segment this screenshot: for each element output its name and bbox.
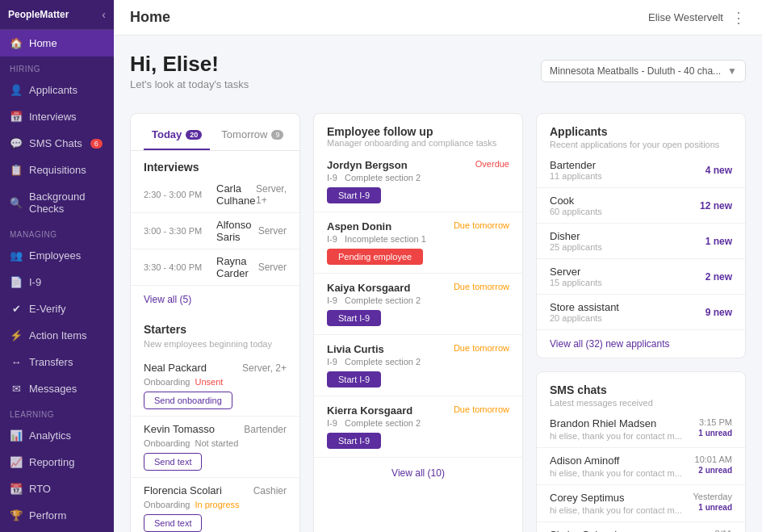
sidebar-section-learning: Learning [0, 402, 114, 422]
sidebar-item-label: Action Items [29, 329, 87, 341]
new-applicants-count[interactable]: 9 new [705, 307, 732, 318]
sidebar-item-transfers[interactable]: ↔ Transfers [0, 349, 114, 375]
sidebar-item-rto[interactable]: 📆 RTO [0, 475, 114, 502]
starter-name: Kevin Tomasso [144, 423, 215, 435]
applicants-panel-header: Applicants Recent applications for your … [537, 114, 745, 153]
view-all-interviews-link[interactable]: View all (5) [131, 286, 299, 313]
followup-title: Employee follow up [327, 125, 509, 138]
analytics-icon: 📊 [10, 429, 23, 442]
sidebar-item-home[interactable]: 🏠 Home [0, 30, 114, 57]
list-item[interactable]: Corey Septimushi elise, thank you for co… [537, 485, 745, 522]
table-row: 2:30 - 3:00 PM Carla Culhane Server, 1+ [131, 177, 299, 213]
starter-role: Server, 2+ [242, 362, 287, 374]
view-all-applicants-link[interactable]: View all (32) new applicants [537, 330, 745, 358]
sidebar-item-everify[interactable]: ✔ E-Verify [0, 295, 114, 322]
sidebar-item-label: SMS Chats [29, 137, 82, 149]
starter-name: Florencia Scolari [144, 484, 222, 496]
sidebar-item-messages[interactable]: ✉ Messages [0, 375, 114, 402]
sms-unread-count: 2 unread [695, 466, 732, 475]
followup-card: Employee follow up Manager onboarding an… [313, 113, 523, 532]
send-text-button[interactable]: Send text [144, 514, 202, 532]
role-name: Bartender [550, 159, 602, 171]
send-onboarding-button[interactable]: Send onboarding [144, 392, 232, 409]
start-i9-button[interactable]: Start I-9 [327, 433, 381, 449]
list-item: Kevin Tomasso Bartender Onboarding Not s… [131, 417, 299, 478]
sidebar-item-applicants[interactable]: 👤 Applicants [0, 77, 114, 103]
app-count: 11 applicants [550, 171, 602, 181]
sidebar-item-requisitions[interactable]: 📋 Requisitions [0, 157, 114, 183]
sidebar-item-label: E-Verify [29, 303, 66, 315]
new-applicants-count[interactable]: 2 new [705, 271, 732, 283]
interview-time: 2:30 - 3:00 PM [144, 190, 216, 199]
list-item[interactable]: Skylar Calzonihi elise, thank you for co… [537, 522, 745, 532]
sms-time: 3:15 PM [698, 417, 732, 427]
rto-icon: 📆 [10, 483, 23, 495]
page-title: Home [130, 9, 170, 26]
sms-name: Corey Septimus [550, 492, 682, 504]
check-icon: ✔ [10, 303, 23, 315]
tab-upcoming[interactable]: Upcoming 11 [295, 124, 300, 150]
starters-subtitle: New employees beginning today [131, 339, 299, 355]
table-row: 3:00 - 3:30 PM Alfonso Saris Server [131, 213, 299, 249]
interview-role: Server [258, 225, 287, 237]
right-panels: Applicants Recent applications for your … [536, 113, 746, 532]
sidebar-collapse-icon[interactable]: ‹ [102, 8, 106, 21]
list-item: Jordyn Bergson Overdue I-9 Complete sect… [314, 151, 522, 212]
sidebar-item-reporting[interactable]: 📈 Reporting [0, 449, 114, 475]
sidebar-item-i9[interactable]: 📄 I-9 [0, 269, 114, 295]
interview-time: 3:30 - 4:00 PM [144, 262, 216, 272]
sms-panel-subtitle: Latest messages received [550, 398, 732, 408]
send-text-button[interactable]: Send text [144, 453, 202, 471]
sms-unread-count: 1 unread [698, 429, 732, 438]
new-applicants-count[interactable]: 1 new [705, 236, 732, 247]
list-item: Cook60 applicants 12 new [537, 188, 745, 224]
start-i9-button[interactable]: Start I-9 [327, 187, 381, 203]
tab-today-badge: 20 [186, 130, 202, 140]
more-options-icon[interactable]: ⋮ [731, 9, 746, 27]
followup-task: I-9 Complete section 2 [327, 173, 509, 182]
action-icon: ⚡ [10, 329, 23, 341]
sidebar: PeopleMatter ‹ 🏠 Home Hiring 👤 Applicant… [0, 0, 114, 532]
list-item: Aspen Donin Due tomorrow I-9 Incomplete … [314, 212, 522, 274]
followup-name: Kierra Korsgaard [327, 404, 412, 417]
sidebar-item-label: Perform [29, 509, 66, 522]
role-name: Store assistant [550, 301, 619, 313]
calendar-icon: 📅 [10, 111, 23, 123]
list-item[interactable]: Adison Aminoffhi elise, thank you for co… [537, 448, 745, 485]
sidebar-item-action-items[interactable]: ⚡ Action Items [0, 322, 114, 349]
sidebar-item-label: Transfers [29, 356, 73, 368]
followup-subtitle: Manager onboarding and compliance tasks [327, 138, 509, 148]
sidebar-item-label: Reporting [29, 456, 74, 468]
sidebar-item-employees[interactable]: 👥 Employees [0, 242, 114, 269]
topbar-right: Elise Westervelt ⋮ [648, 9, 746, 27]
starter-status: Unsent [195, 377, 224, 387]
onboarding-label: Onboarding [144, 377, 190, 387]
sidebar-item-background-checks[interactable]: 🔍 Background Checks [0, 183, 114, 222]
transfer-icon: ↔ [10, 356, 23, 368]
sidebar-item-sms-chats[interactable]: 💬 SMS Chats 6 [0, 130, 114, 157]
list-item[interactable]: Brandon Rhiel Madsenhi elise, thank you … [537, 411, 745, 448]
list-item: Neal Packard Server, 2+ Onboarding Unsen… [131, 355, 299, 417]
start-i9-button[interactable]: Start I-9 [327, 371, 381, 387]
start-i9-button[interactable]: Start I-9 [327, 310, 381, 326]
reporting-icon: 📈 [10, 456, 23, 468]
pending-employee-button[interactable]: Pending employee [327, 249, 423, 265]
tab-tomorrow[interactable]: Tomorrow 9 [213, 124, 291, 150]
tab-today[interactable]: Today 20 [144, 124, 210, 150]
applicants-panel: Applicants Recent applications for your … [536, 113, 746, 358]
location-dropdown[interactable]: Minnesota Meatballs - Duluth - 40 cha...… [541, 60, 746, 82]
new-applicants-count[interactable]: 12 new [700, 200, 732, 212]
new-applicants-count[interactable]: 4 new [705, 165, 732, 176]
topbar: Home Elise Westervelt ⋮ [114, 0, 762, 36]
sidebar-item-analytics[interactable]: 📊 Analytics [0, 422, 114, 449]
sms-panel-title: SMS chats [550, 383, 732, 396]
view-all-followup-link[interactable]: View all (10) [314, 458, 522, 488]
sms-badge: 6 [90, 139, 103, 149]
starter-status: In progress [195, 500, 240, 509]
list-item: Kaiya Korsgaard Due tomorrow I-9 Complet… [314, 274, 522, 335]
person-icon: 👤 [10, 84, 23, 96]
onboarding-label: Onboarding [144, 500, 190, 509]
sidebar-item-interviews[interactable]: 📅 Interviews [0, 103, 114, 130]
followup-name: Kaiya Korsgaard [327, 282, 410, 294]
sidebar-item-perform[interactable]: 🏆 Perform [0, 502, 114, 529]
